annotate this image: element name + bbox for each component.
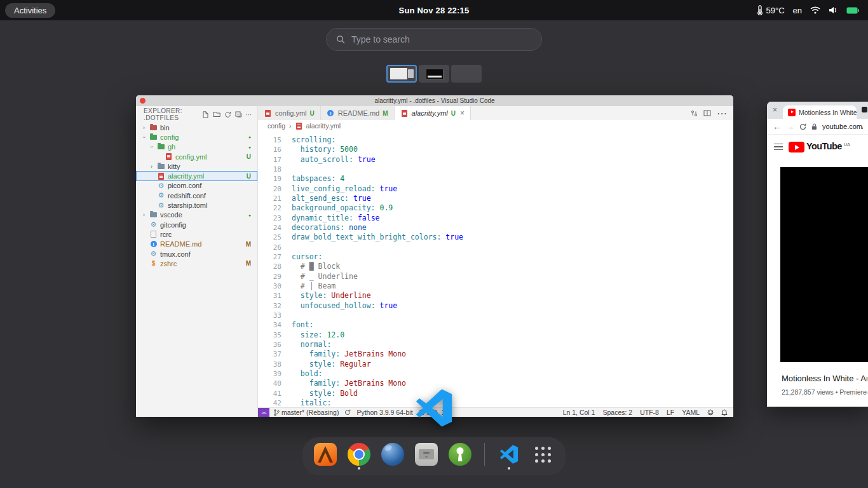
editor-line: 31 style: Underline: [258, 291, 733, 301]
status-item[interactable]: Ln 1, Col 1: [563, 409, 595, 416]
close-tab-icon[interactable]: ×: [460, 109, 465, 118]
status-item[interactable]: UTF-8: [640, 409, 659, 416]
volume-icon[interactable]: [829, 6, 838, 14]
status-item[interactable]: LF: [667, 409, 674, 416]
remote-indicator[interactable]: ><: [258, 408, 269, 417]
tree-item-config[interactable]: ›config●: [136, 132, 257, 142]
folder-icon: [149, 123, 158, 132]
sync-icon[interactable]: [344, 409, 351, 416]
editor-tab-alacritty.yml[interactable]: alacritty.ymlU×: [395, 106, 471, 120]
vscode-titlebar[interactable]: alacritty.yml - .dotfiles - Visual Studi…: [136, 95, 733, 106]
editor-line: 41 style: Bold: [258, 389, 733, 398]
editor-area[interactable]: 15scrolling:16 history: 500017 auto_scro…: [258, 132, 733, 407]
more-actions-icon[interactable]: ⋯: [717, 107, 727, 119]
tree-item-README.md[interactable]: iREADME.mdM: [136, 240, 257, 249]
dock-app-vscode[interactable]: [496, 443, 522, 470]
workspace-thumbnail-2[interactable]: [419, 65, 449, 83]
line-number: 41: [258, 389, 281, 398]
tree-item-vscode[interactable]: ›vscode●: [136, 210, 257, 220]
refresh-icon[interactable]: [224, 111, 231, 118]
search-bar[interactable]: Type to search: [326, 28, 542, 51]
tree-item-redshift.conf[interactable]: ⚙redshift.conf: [136, 191, 257, 200]
tree-item-kitty[interactable]: ›kitty: [136, 161, 257, 171]
new-folder-icon[interactable]: [213, 111, 220, 118]
tree-item-alacritty.yml[interactable]: alacritty.ymlU: [136, 171, 257, 180]
editor-tab-README.md[interactable]: iREADME.mdM: [321, 106, 395, 120]
code-text: # | Beam: [292, 281, 336, 291]
breadcrumb[interactable]: config › alacritty.yml: [258, 120, 733, 132]
tree-item-zshrc[interactable]: $zshrcM: [136, 259, 257, 268]
back-icon[interactable]: ←: [773, 123, 781, 131]
code-text: cursor:: [292, 252, 322, 262]
close-icon[interactable]: ×: [773, 105, 777, 114]
line-number: 31: [258, 291, 281, 301]
workspace-switcher[interactable]: [386, 65, 482, 83]
more-actions-icon[interactable]: ⋯: [246, 111, 252, 118]
activities-button[interactable]: Activities: [5, 3, 55, 18]
tree-item-gh[interactable]: ›gh●: [136, 142, 257, 152]
battery-icon[interactable]: [846, 7, 859, 14]
tab-label: config.yml: [275, 109, 307, 117]
python-interpreter[interactable]: Python 3.9.9 64-bit: [356, 409, 412, 416]
breadcrumb-folder[interactable]: config: [268, 122, 285, 130]
tree-item-gitconfig[interactable]: ⚙gitconfig: [136, 220, 257, 229]
collapse-all-icon[interactable]: [235, 111, 242, 118]
address-bar[interactable]: youtube.com/wa: [822, 123, 863, 130]
forward-icon[interactable]: →: [786, 123, 794, 131]
vscode-window[interactable]: alacritty.yml - .dotfiles - Visual Studi…: [136, 95, 733, 417]
branch-icon: [274, 409, 280, 416]
line-number: 39: [258, 369, 281, 379]
yml-icon: [264, 109, 272, 118]
clock[interactable]: Sun Nov 28 22:15: [399, 6, 470, 15]
breadcrumb-file[interactable]: alacritty.yml: [306, 122, 341, 130]
lock-icon[interactable]: [811, 123, 817, 130]
explorer-sidebar: EXPLORER: .DOTFILES ⋯ ›bin›config●›gh●co…: [136, 106, 258, 417]
reload-icon[interactable]: [799, 123, 806, 130]
dock-app-keepassxc[interactable]: [447, 443, 473, 470]
dock-app-globe[interactable]: [380, 443, 405, 470]
file-icon: [149, 230, 158, 238]
open-changes-icon[interactable]: [691, 110, 698, 117]
tree-item-label: vscode: [160, 211, 182, 219]
feedback-icon[interactable]: [707, 409, 714, 416]
editor-tab-config.yml[interactable]: config.ymlU: [258, 106, 321, 120]
line-number: 37: [258, 349, 281, 359]
top-bar: Activities Sun Nov 28 22:15 59°C en: [0, 0, 868, 20]
tree-item-tmux.conf[interactable]: ⚙tmux.conf: [136, 249, 257, 259]
close-button[interactable]: [140, 98, 146, 104]
tree-item-config.yml[interactable]: config.ymlU: [136, 152, 257, 161]
temperature-indicator: 59°C: [757, 5, 784, 15]
video-player[interactable]: [780, 167, 868, 362]
dock-app-files[interactable]: [414, 443, 439, 470]
status-item[interactable]: YAML: [682, 409, 700, 416]
editor-line: 33: [258, 311, 733, 320]
dock-app-chrome[interactable]: [346, 443, 372, 470]
tree-item-picom.conf[interactable]: ⚙picom.conf: [136, 181, 257, 191]
wifi-icon[interactable]: [810, 6, 820, 14]
yml-icon: [400, 109, 409, 118]
workspace-thumbnail-3[interactable]: [451, 65, 482, 83]
tree-item-bin[interactable]: ›bin: [136, 123, 257, 132]
workspace-thumbnail-1[interactable]: [386, 65, 417, 83]
dock-app-alacritty[interactable]: [313, 443, 338, 470]
keyhole-shape: [457, 447, 464, 454]
chrome-window[interactable]: × Motionless In White ← → youtube.com/wa…: [767, 102, 868, 407]
keyboard-layout-indicator[interactable]: en: [793, 6, 802, 15]
partial-tab-favicon[interactable]: [862, 107, 867, 112]
notifications-bell-icon[interactable]: [721, 409, 728, 416]
browser-tab[interactable]: Motionless In White: [783, 105, 857, 119]
tree-item-rcrc[interactable]: rcrc: [136, 229, 257, 239]
git-status-badge: ●: [248, 145, 251, 149]
explorer-tree: ›bin›config●›gh●config.ymlU›kittyalacrit…: [136, 123, 257, 417]
system-tray[interactable]: 59°C en: [757, 5, 859, 15]
status-item[interactable]: Spaces: 2: [602, 409, 632, 416]
new-file-icon[interactable]: [202, 111, 209, 118]
git-branch-status[interactable]: master* (Rebasing): [274, 409, 339, 416]
vscode-app-badge-icon[interactable]: [415, 389, 453, 427]
dock-app-app-grid[interactable]: [530, 443, 555, 470]
tree-item-starship.toml[interactable]: ⚙starship.toml: [136, 200, 257, 210]
breadcrumb-separator: ›: [289, 122, 292, 130]
youtube-logo[interactable]: YouTube UA: [789, 141, 850, 152]
split-editor-icon[interactable]: [703, 109, 711, 117]
menu-icon[interactable]: [774, 144, 783, 151]
